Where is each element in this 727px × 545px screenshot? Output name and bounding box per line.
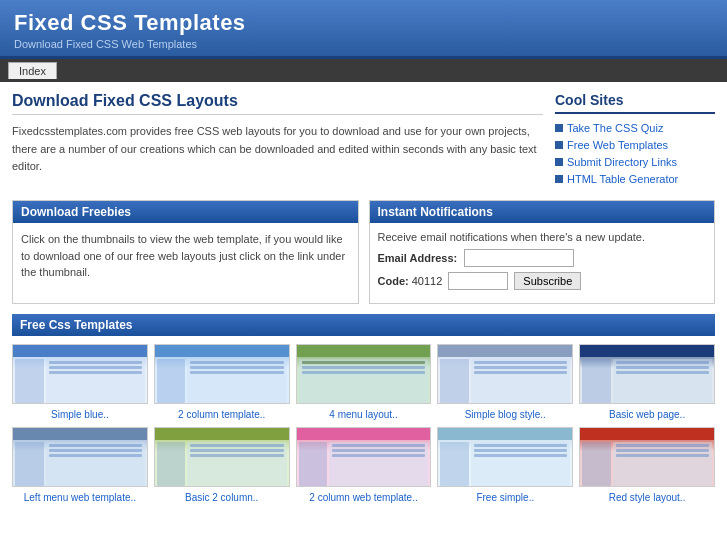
main-description: Fixedcsstemplates.com provides free CSS …	[12, 123, 543, 176]
template-item-8[interactable]: Free simple..	[437, 427, 573, 504]
notifications-description: Receive email notifications when there's…	[378, 231, 707, 243]
sidebar-link-1[interactable]: Free Web Templates	[567, 139, 668, 151]
bullet-icon	[555, 175, 563, 183]
template-label-2[interactable]: 4 menu layout..	[329, 409, 397, 420]
nav-index[interactable]: Index	[8, 62, 57, 79]
template-item-3[interactable]: Simple blog style..	[437, 344, 573, 421]
list-item: Submit Directory Links	[555, 156, 715, 168]
sidebar-link-3[interactable]: HTML Table Generator	[567, 173, 678, 185]
template-thumb-9	[579, 427, 715, 487]
sidebar-heading: Cool Sites	[555, 92, 715, 114]
code-value: 40112	[412, 275, 443, 287]
template-label-6[interactable]: Basic 2 column..	[185, 492, 258, 503]
templates-row-2: Left menu web template.. Basic 2 column.…	[12, 427, 715, 504]
template-thumb-7	[296, 427, 432, 487]
template-item-2[interactable]: 4 menu layout..	[296, 344, 432, 421]
code-input[interactable]	[448, 272, 508, 290]
template-thumb-6	[154, 427, 290, 487]
download-freebies-box: Download Freebies Click on the thumbnail…	[12, 200, 359, 304]
site-header: Fixed CSS Templates Download Fixed CSS W…	[0, 0, 727, 59]
template-label-3[interactable]: Simple blog style..	[465, 409, 546, 420]
navigation-bar: Index	[0, 59, 727, 82]
notifications-body: Receive email notifications when there's…	[370, 223, 715, 303]
template-label-5[interactable]: Left menu web template..	[24, 492, 136, 503]
template-label-0[interactable]: Simple blue..	[51, 409, 109, 420]
sidebar-links: Take The CSS Quiz Free Web Templates Sub…	[555, 122, 715, 185]
template-thumb-1	[154, 344, 290, 404]
bullet-icon	[555, 124, 563, 132]
sidebar-link-0[interactable]: Take The CSS Quiz	[567, 122, 663, 134]
template-label-9[interactable]: Red style layout..	[609, 492, 686, 503]
template-item-5[interactable]: Left menu web template..	[12, 427, 148, 504]
template-thumb-2	[296, 344, 432, 404]
notifications-header: Instant Notifications	[370, 201, 715, 223]
template-item-7[interactable]: 2 column web template..	[296, 427, 432, 504]
download-freebies-body: Click on the thumbnails to view the web …	[13, 223, 358, 289]
email-input[interactable]	[464, 249, 574, 267]
template-thumb-3	[437, 344, 573, 404]
code-label: Code:	[378, 275, 409, 287]
template-thumb-8	[437, 427, 573, 487]
site-title: Fixed CSS Templates	[14, 10, 713, 36]
template-item-6[interactable]: Basic 2 column..	[154, 427, 290, 504]
bullet-icon	[555, 141, 563, 149]
sidebar-link-2[interactable]: Submit Directory Links	[567, 156, 677, 168]
sidebar: Cool Sites Take The CSS Quiz Free Web Te…	[555, 92, 715, 190]
template-thumb-5	[12, 427, 148, 487]
code-row: Code: 40112 Subscribe	[378, 272, 707, 290]
template-thumb-0	[12, 344, 148, 404]
code-label-text: Code: 40112	[378, 275, 443, 287]
notifications-box: Instant Notifications Receive email noti…	[369, 200, 716, 304]
template-item-0[interactable]: Simple blue..	[12, 344, 148, 421]
templates-row-1: Simple blue.. 2 column template.. 4 menu…	[12, 344, 715, 421]
list-item: HTML Table Generator	[555, 173, 715, 185]
list-item: Take The CSS Quiz	[555, 122, 715, 134]
bullet-icon	[555, 158, 563, 166]
site-subtitle: Download Fixed CSS Web Templates	[14, 38, 713, 50]
template-label-7[interactable]: 2 column web template..	[309, 492, 417, 503]
template-label-8[interactable]: Free simple..	[476, 492, 534, 503]
template-item-1[interactable]: 2 column template..	[154, 344, 290, 421]
template-item-4[interactable]: Basic web page..	[579, 344, 715, 421]
main-heading: Download Fixed CSS Layouts	[12, 92, 543, 115]
email-label: Email Address:	[378, 252, 458, 264]
template-label-4[interactable]: Basic web page..	[609, 409, 685, 420]
main-content: Download Fixed CSS Layouts Fixedcsstempl…	[12, 92, 543, 190]
subscribe-button[interactable]: Subscribe	[514, 272, 581, 290]
template-item-9[interactable]: Red style layout..	[579, 427, 715, 504]
download-freebies-header: Download Freebies	[13, 201, 358, 223]
list-item: Free Web Templates	[555, 139, 715, 151]
template-label-1[interactable]: 2 column template..	[178, 409, 265, 420]
template-thumb-4	[579, 344, 715, 404]
templates-section: Free Css Templates Simple blue.. 2 colum…	[12, 314, 715, 504]
email-row: Email Address:	[378, 249, 707, 267]
templates-header: Free Css Templates	[12, 314, 715, 336]
